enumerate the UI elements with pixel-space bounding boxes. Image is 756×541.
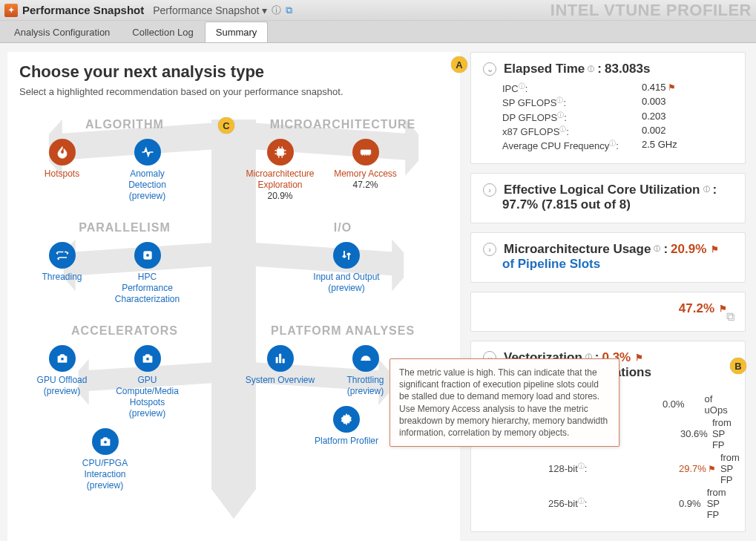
analysis-input-output[interactable]: Input and Output (preview) xyxy=(312,242,382,294)
svg-point-6 xyxy=(103,441,107,445)
card-microarch-usage: › Microarchitecture Usageⓘ: 20.9% ⚑ of P… xyxy=(470,232,746,283)
gauge-icon xyxy=(359,352,372,365)
group-title-io: I/O xyxy=(237,221,448,235)
group-title-microarchitecture: MICROARCHITECTURE xyxy=(237,118,448,131)
analysis-hpc[interactable]: HPC Performance Characterization xyxy=(112,242,183,305)
copy-link-icon[interactable]: ⧉ xyxy=(286,4,292,16)
elapsed-metrics: IPCⓘ:0.415⚑ SP GFLOPSⓘ:0.003 DP GFLOPSⓘ:… xyxy=(502,81,733,153)
bars-icon xyxy=(274,352,287,365)
threads-icon xyxy=(56,249,69,262)
group-title-accelerators: ACCELERATORS xyxy=(19,324,230,338)
memory-value: 47.2% xyxy=(679,301,714,316)
gear-icon xyxy=(340,413,353,426)
app-logo-icon: ✦ xyxy=(4,4,18,17)
choose-subheading: Select a highlighted recommendation base… xyxy=(19,86,448,97)
flag-icon: ⚑ xyxy=(668,82,676,93)
analysis-platform-profiler[interactable]: Platform Profiler xyxy=(312,406,382,447)
analysis-anomaly-detection[interactable]: Anomaly Detection (preview) xyxy=(112,139,183,202)
tab-analysis-configuration[interactable]: Analysis Configuration xyxy=(3,22,121,42)
analysis-gpu-offload[interactable]: GPU Offload (preview) xyxy=(27,345,97,419)
micro-value: 20.9% xyxy=(671,242,706,257)
tab-summary[interactable]: Summary xyxy=(205,22,269,42)
elapsed-value: 83.083s xyxy=(605,62,650,76)
chip-icon xyxy=(274,145,287,159)
collapse-icon[interactable]: ⌄ xyxy=(483,62,496,76)
flame-icon xyxy=(56,145,69,159)
camera-icon xyxy=(56,352,69,365)
content-area: Choose your next analysis type Select a … xyxy=(0,43,756,541)
analysis-hotspots[interactable]: Hotspots xyxy=(27,139,97,202)
analysis-gpu-compute-hotspots[interactable]: GPU Compute/Media Hotspots (preview) xyxy=(112,345,183,419)
io-icon xyxy=(340,249,353,262)
logical-title: Effective Logical Core Utilization xyxy=(504,183,700,197)
tab-bar: Analysis Configuration Collection Log Su… xyxy=(0,21,756,43)
elapsed-title: Elapsed Time xyxy=(504,62,585,76)
flag-icon: ⚑ xyxy=(635,353,643,363)
expand-icon[interactable]: › xyxy=(483,183,496,197)
result-name[interactable]: Performance Snapshot ▾ xyxy=(153,4,267,16)
metrics-panel: ⌄ Elapsed Timeⓘ: 83.083s IPCⓘ:0.415⚑ SP … xyxy=(460,43,756,541)
analysis-threading[interactable]: Threading xyxy=(27,242,97,305)
svg-rect-1 xyxy=(361,150,371,154)
svg-rect-0 xyxy=(277,149,283,156)
svg-point-3 xyxy=(145,254,149,258)
group-title-algorithm: ALGORITHM xyxy=(19,118,230,131)
metric-tooltip: The metric value is high. This can indic… xyxy=(389,358,619,447)
flag-icon: ⚑ xyxy=(711,244,719,255)
group-title-parallelism: PARALLELISM xyxy=(19,221,230,235)
memory-icon xyxy=(359,145,372,159)
help-icon[interactable]: ⓘ xyxy=(272,4,281,17)
marker-b: B xyxy=(730,358,746,374)
copy-icon[interactable]: ⧉ xyxy=(726,310,734,324)
group-title-platform: PLATFORM ANALYSES xyxy=(237,324,448,338)
micro-title: Microarchitecture Usage xyxy=(504,242,651,257)
expand-icon[interactable]: › xyxy=(483,243,496,256)
card-memory: 47.2% ⚑ ⧉ xyxy=(470,292,746,332)
card-logical-core: › Effective Logical Core Utilizationⓘ: 9… xyxy=(470,173,746,223)
analysis-microarch-exploration[interactable]: Microarchitecture Exploration 20.9% xyxy=(245,139,315,202)
analysis-system-overview[interactable]: System Overview xyxy=(245,345,315,397)
marker-a: A xyxy=(451,56,467,73)
analysis-cpu-fpga[interactable]: CPU/FPGA Interaction (preview) xyxy=(70,428,140,491)
camera-icon xyxy=(141,352,154,365)
card-elapsed-time: ⌄ Elapsed Timeⓘ: 83.083s IPCⓘ:0.415⚑ SP … xyxy=(470,52,746,164)
micro-subtitle[interactable]: of Pipeline Slots xyxy=(502,257,733,272)
app-title: Performance Snapshot xyxy=(22,4,144,16)
marker-c: C xyxy=(218,117,234,134)
svg-point-4 xyxy=(60,358,64,361)
svg-point-5 xyxy=(145,358,149,361)
camera-icon xyxy=(99,435,112,448)
hpc-icon xyxy=(141,249,154,262)
analysis-memory-access[interactable]: Memory Access 47.2% xyxy=(330,139,401,202)
brand-label: INTEL VTUNE PROFILER xyxy=(550,1,752,20)
choose-heading: Choose your next analysis type xyxy=(19,62,448,82)
tab-collection-log[interactable]: Collection Log xyxy=(121,22,204,42)
top-bar: ✦ Performance Snapshot Performance Snaps… xyxy=(0,0,756,21)
pulse-icon xyxy=(141,145,154,159)
logical-value: 97.7% (7.815 out of 8) xyxy=(502,197,631,212)
